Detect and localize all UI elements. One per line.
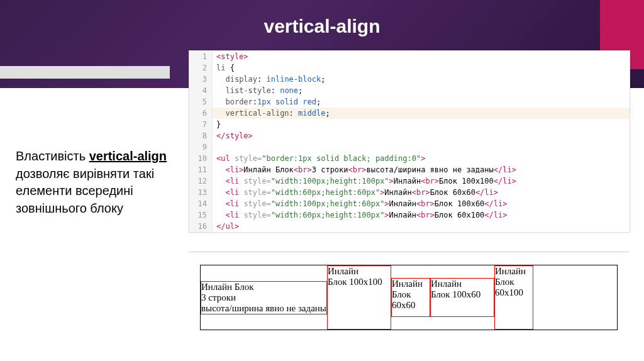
code-line: 11 <li>Инлайн Блок<br>3 строки<br>высота… (189, 164, 630, 175)
code-source: list-style: none; (213, 85, 303, 96)
code-source: li { (213, 62, 235, 74)
list-item: ИнлайнБлок 100x100 (327, 265, 391, 330)
code-line: 16</ul> (189, 221, 630, 232)
line-number: 16 (189, 221, 213, 232)
code-line: 9 (189, 142, 630, 153)
list-item: Инлайн Блок3 строкивысота/ширина явно не… (201, 281, 327, 314)
list-item: ИнлайнБлок 60x100 (494, 265, 533, 330)
description-text: Властивість vertical-align дозволяє вирі… (16, 148, 179, 217)
code-line: 12 <li style="width:100px;height:100px">… (189, 175, 630, 187)
code-line: 7} (189, 119, 630, 130)
code-source: <li style="width:100px;height:60px">Инла… (213, 198, 507, 209)
line-number: 7 (189, 119, 213, 130)
code-source: <li style="width:60px;height:100px">Инла… (213, 209, 507, 221)
desc-rest: дозволяє вирівняти такі елементи всереди… (16, 167, 154, 215)
code-line: 2li { (189, 62, 630, 74)
line-number: 5 (189, 96, 213, 108)
preview-list: Инлайн Блок3 строкивысота/ширина явно не… (200, 265, 618, 330)
line-number: 2 (189, 62, 213, 74)
line-number: 12 (189, 175, 213, 187)
line-number: 4 (189, 85, 213, 96)
code-source: } (213, 119, 221, 130)
code-source: vertical-align: middle; (213, 108, 330, 119)
code-source: <li style="width:100px;height:100px">Инл… (213, 175, 516, 187)
grey-strip (0, 66, 170, 79)
code-block: 1<style>2li {3 display: inline-block;4 l… (189, 50, 630, 233)
code-line: 14 <li style="width:100px;height:60px">И… (189, 198, 630, 209)
line-number: 14 (189, 198, 213, 209)
code-source: <style> (213, 51, 248, 62)
code-source: <ul style="border:1px solid black; paddi… (213, 153, 425, 164)
code-line: 6 vertical-align: middle; (189, 108, 630, 119)
code-source: </style> (213, 130, 253, 142)
desc-prefix: Властивість (16, 149, 89, 163)
code-line: 15 <li style="width:60px;height:100px">И… (189, 209, 630, 221)
code-line: 5 border:1px solid red; (189, 96, 630, 108)
desc-bold: vertical-align (89, 149, 167, 163)
code-line: 8</style> (189, 130, 630, 142)
line-number: 8 (189, 130, 213, 142)
page-title: vertical-align (0, 16, 644, 37)
line-number: 9 (189, 142, 213, 153)
code-source: display: inline-block; (213, 74, 325, 85)
preview-block: Инлайн Блок3 строкивысота/ширина явно не… (189, 252, 629, 353)
code-line: 1<style> (189, 51, 630, 62)
line-number: 6 (189, 108, 213, 119)
list-item: ИнлайнБлок 100x60 (430, 278, 494, 317)
code-source: <li style="width:60px;height:60px">Инлай… (213, 187, 498, 198)
code-line: 10<ul style="border:1px solid black; pad… (189, 153, 630, 164)
line-number: 3 (189, 74, 213, 85)
code-source (213, 142, 221, 153)
line-number: 13 (189, 187, 213, 198)
line-number: 11 (189, 164, 213, 175)
line-number: 10 (189, 153, 213, 164)
list-item: ИнлайнБлок 60x60 (391, 278, 430, 317)
code-source: <li>Инлайн Блок<br>3 строки<br>высота/ши… (213, 164, 516, 175)
code-line: 13 <li style="width:60px;height:60px">Ин… (189, 187, 630, 198)
code-source: </ul> (213, 221, 239, 232)
code-line: 4 list-style: none; (189, 85, 630, 96)
line-number: 1 (189, 51, 213, 62)
code-source: border:1px solid red; (213, 96, 321, 108)
line-number: 15 (189, 209, 213, 221)
code-line: 3 display: inline-block; (189, 74, 630, 85)
